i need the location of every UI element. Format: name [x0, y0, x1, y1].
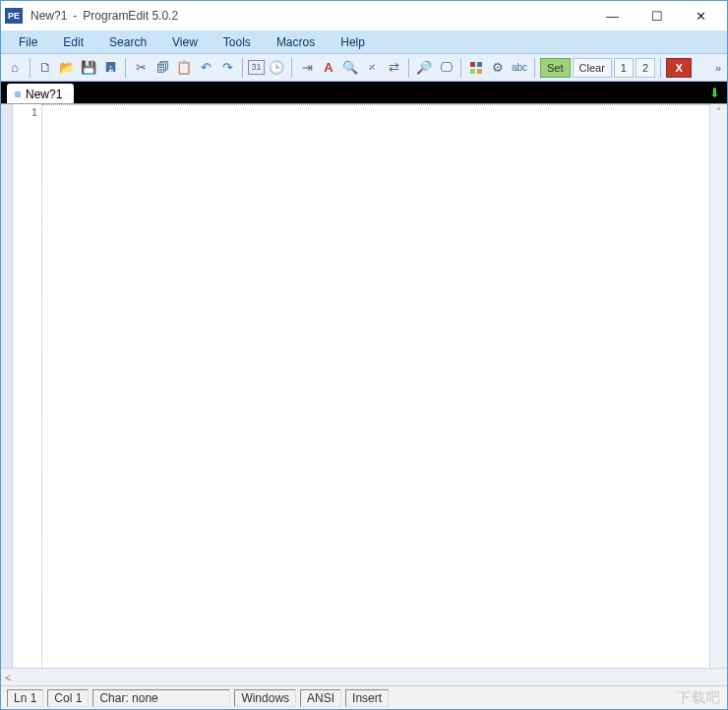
status-col: Col 1: [47, 689, 89, 707]
bookmark-2-button[interactable]: 2: [636, 58, 655, 78]
svg-rect-3: [477, 69, 482, 74]
menu-view[interactable]: View: [160, 32, 210, 52]
watermark: 下载吧: [677, 689, 721, 707]
horizontal-scroll[interactable]: <: [1, 668, 727, 685]
cut-icon[interactable]: ✂: [131, 58, 151, 78]
maximize-button[interactable]: ☐: [635, 2, 679, 30]
save-all-icon[interactable]: 🖪: [100, 58, 120, 78]
tab-strip: New?1 ⬇: [1, 82, 727, 103]
replace-icon[interactable]: ⇄: [384, 58, 403, 78]
text-editor[interactable]: [42, 104, 709, 668]
status-line: Ln 1: [7, 689, 43, 707]
document-tab[interactable]: New?1: [7, 84, 74, 103]
save-icon[interactable]: 💾: [79, 58, 98, 78]
undo-icon[interactable]: ↶: [196, 58, 215, 78]
find-next-icon[interactable]: 𝄎: [362, 58, 382, 78]
home-icon[interactable]: ⌂: [5, 58, 25, 78]
menu-macros[interactable]: Macros: [265, 32, 327, 52]
svg-rect-0: [470, 62, 475, 67]
app-name: ProgramEdit 5.0.2: [83, 9, 178, 23]
status-bar: Ln 1 Col 1 Char: none Windows ANSI Inser…: [1, 685, 727, 709]
status-platform: Windows: [234, 689, 296, 707]
menu-tools[interactable]: Tools: [212, 32, 263, 52]
spellcheck-icon[interactable]: abc: [510, 58, 529, 78]
set-button[interactable]: Set: [540, 58, 571, 78]
close-button[interactable]: ✕: [679, 2, 723, 30]
new-file-icon[interactable]: 🗋: [35, 58, 55, 78]
paste-icon[interactable]: 📋: [174, 58, 194, 78]
status-encoding: ANSI: [300, 689, 341, 707]
line-gutter: 1: [13, 104, 42, 668]
settings-icon[interactable]: ⚙: [488, 58, 508, 78]
close-doc-button[interactable]: X: [666, 58, 692, 78]
bookmark-1-button[interactable]: 1: [614, 58, 634, 78]
redo-icon[interactable]: ↷: [217, 58, 237, 78]
font-color-icon[interactable]: A: [319, 58, 338, 78]
calendar-icon[interactable]: 31: [248, 60, 265, 75]
toolbar: ⌂ 🗋 📂 💾 🖪 ✂ 🗐 📋 ↶ ↷ 31 🕒 ⇥ A 🔍 𝄎 ⇄ 🔎 🖵 ⚙…: [1, 54, 727, 82]
open-file-icon[interactable]: 📂: [57, 58, 77, 78]
browse-icon[interactable]: 🖵: [436, 58, 455, 78]
minimize-button[interactable]: —: [590, 2, 635, 30]
app-icon: PE: [5, 8, 23, 24]
menu-bar: File Edit Search View Tools Macros Help: [1, 30, 727, 54]
menu-file[interactable]: File: [7, 32, 49, 52]
menu-help[interactable]: Help: [329, 32, 377, 52]
margin-stripe: [1, 104, 13, 668]
status-insert-mode[interactable]: Insert: [345, 689, 389, 707]
title-sep: -: [67, 9, 83, 23]
copy-icon[interactable]: 🗐: [152, 58, 172, 78]
title-bar: PE New?1 - ProgramEdit 5.0.2 — ☐ ✕: [1, 1, 727, 30]
clear-button[interactable]: Clear: [573, 58, 612, 78]
menu-edit[interactable]: Edit: [51, 32, 95, 52]
indent-icon[interactable]: ⇥: [297, 58, 317, 78]
find-in-files-icon[interactable]: 🔎: [414, 58, 434, 78]
clock-icon[interactable]: 🕒: [267, 58, 286, 78]
tab-label: New?1: [26, 88, 62, 101]
svg-rect-1: [477, 62, 482, 67]
menu-search[interactable]: Search: [97, 32, 158, 52]
editor-area: 1 ˄: [1, 103, 727, 668]
line-number: 1: [13, 106, 37, 118]
svg-rect-2: [470, 69, 475, 74]
toolbar-overflow-icon[interactable]: »: [715, 62, 723, 74]
find-icon[interactable]: 🔍: [340, 58, 360, 78]
vertical-scroll[interactable]: ˄: [709, 104, 727, 668]
grid-icon[interactable]: [466, 58, 486, 78]
doc-name: New?1: [30, 9, 67, 23]
download-icon[interactable]: ⬇: [707, 86, 721, 99]
status-char: Char: none: [92, 689, 230, 707]
